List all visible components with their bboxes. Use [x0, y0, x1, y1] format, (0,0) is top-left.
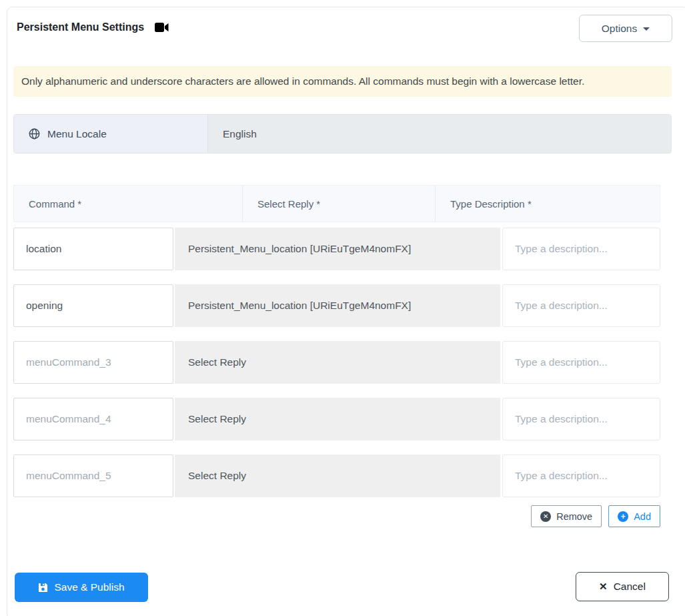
persistent-menu-settings-panel: Persistent Menu Settings Options Only al… — [0, 0, 685, 616]
select-reply-cell-text: Persistent_Menu_location [URiEuTgeM4nomF… — [188, 243, 411, 255]
row-actions: ✕ Remove + Add — [13, 505, 660, 527]
commands-table-header: Command * Select Reply * Type Descriptio… — [13, 185, 660, 222]
menu-locale-group: Menu Locale English — [13, 114, 672, 153]
options-button[interactable]: Options — [579, 15, 672, 42]
save-publish-button-label: Save & Publish — [54, 581, 124, 593]
x-icon: ✕ — [599, 581, 608, 593]
command-input[interactable] — [13, 341, 173, 384]
description-input[interactable] — [502, 454, 660, 497]
warning-banner-text: Only alphanumeric and underscore charact… — [21, 75, 584, 87]
select-reply-cell[interactable]: Select Reply — [175, 398, 500, 440]
column-header-command: Command * — [14, 186, 243, 222]
description-input[interactable] — [502, 284, 660, 327]
globe-icon — [29, 128, 40, 139]
menu-locale-value-text: English — [223, 128, 257, 140]
select-reply-cell-text: Persistent_Menu_location [URiEuTgeM4nomF… — [188, 300, 411, 312]
caret-down-icon — [643, 27, 650, 31]
select-reply-cell-text: Select Reply — [188, 413, 246, 425]
table-row: Persistent_Menu_location [URiEuTgeM4nomF… — [13, 228, 660, 270]
description-input[interactable] — [502, 341, 660, 384]
table-row: Select Reply — [13, 398, 660, 440]
camera-video-icon — [155, 23, 169, 32]
menu-locale-label-text: Menu Locale — [47, 128, 107, 140]
add-button-label: Add — [634, 511, 651, 522]
warning-banner: Only alphanumeric and underscore charact… — [13, 66, 672, 97]
menu-locale-label: Menu Locale — [14, 115, 208, 153]
command-input[interactable] — [13, 398, 173, 440]
remove-row-button[interactable]: ✕ Remove — [531, 505, 602, 527]
page-title: Persistent Menu Settings — [17, 21, 144, 33]
cancel-button[interactable]: ✕ Cancel — [576, 572, 669, 601]
header: Persistent Menu Settings — [17, 21, 169, 33]
select-reply-cell[interactable]: Select Reply — [175, 341, 500, 384]
column-header-type-description: Type Description * — [436, 186, 660, 222]
select-reply-cell[interactable]: Persistent_Menu_location [URiEuTgeM4nomF… — [175, 284, 500, 327]
remove-button-label: Remove — [556, 511, 592, 522]
description-input[interactable] — [502, 398, 660, 440]
command-input[interactable] — [13, 284, 173, 327]
menu-locale-value: English — [208, 115, 671, 153]
options-button-label: Options — [602, 23, 637, 35]
select-reply-cell[interactable]: Select Reply — [175, 454, 500, 497]
table-row: Persistent_Menu_location [URiEuTgeM4nomF… — [13, 284, 660, 327]
select-reply-cell-text: Select Reply — [188, 356, 246, 368]
column-header-select-reply: Select Reply * — [243, 186, 436, 222]
select-reply-cell-text: Select Reply — [188, 470, 246, 482]
table-row: Select Reply — [13, 341, 660, 384]
plus-circle-icon: + — [618, 511, 628, 522]
add-row-button[interactable]: + Add — [608, 505, 660, 527]
table-row: Select Reply — [13, 454, 660, 497]
save-publish-button[interactable]: Save & Publish — [15, 573, 148, 602]
description-input[interactable] — [502, 228, 660, 270]
cancel-button-label: Cancel — [614, 581, 646, 593]
floppy-save-icon — [38, 583, 48, 593]
command-input[interactable] — [13, 454, 173, 497]
x-circle-icon: ✕ — [540, 511, 551, 522]
select-reply-cell[interactable]: Persistent_Menu_location [URiEuTgeM4nomF… — [175, 228, 500, 270]
table-rows: Persistent_Menu_location [URiEuTgeM4nomF… — [13, 228, 660, 511]
command-input[interactable] — [13, 228, 173, 270]
